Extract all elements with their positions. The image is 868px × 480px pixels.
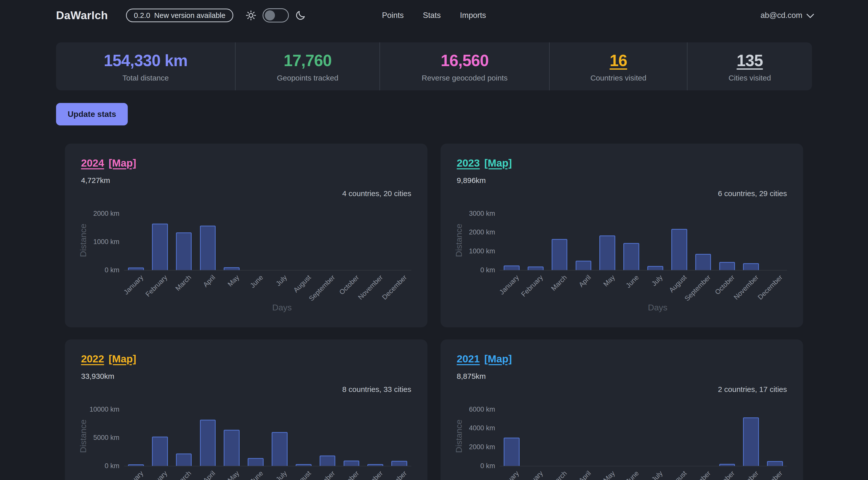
plot-area — [124, 211, 411, 270]
bar-december — [391, 461, 407, 466]
x-tick-label: May — [602, 470, 617, 480]
main-nav: Points Stats Imports — [382, 11, 486, 20]
countries-visited-link[interactable]: 16 — [552, 52, 684, 70]
x-tick-label: March — [550, 274, 568, 292]
map-link[interactable]: [Map] — [484, 157, 512, 169]
plot-area — [124, 406, 411, 467]
x-tick-label: July — [274, 274, 288, 288]
stats-strip: 154,330 km Total distance 17,760 Geopoin… — [56, 42, 812, 90]
bar-february — [152, 224, 168, 270]
sun-icon — [245, 10, 256, 21]
cities-visited-link[interactable]: 135 — [690, 52, 809, 70]
card-title: 2023[Map] — [457, 157, 787, 169]
version-badge[interactable]: 0.2.0 New version available — [126, 8, 233, 22]
x-tick-label: May — [602, 274, 617, 288]
stat-label: Reverse geocoded points — [382, 74, 547, 82]
stat-cities-visited: 135 Cities visited — [687, 42, 812, 90]
x-axis: JanuaryFebruaryMarchAprilMayJuneJulyAugu… — [500, 270, 787, 313]
x-tick-label: April — [202, 470, 217, 480]
bar-january — [504, 438, 520, 466]
stat-total-distance: 154,330 km Total distance — [56, 42, 235, 90]
app-header: DaWarIch 0.2.0 New version available Poi… — [56, 0, 812, 31]
year-distance: 9,896km — [457, 176, 787, 185]
nav-stats[interactable]: Stats — [423, 11, 441, 20]
bar-june — [248, 458, 264, 466]
x-tick-label: May — [226, 274, 241, 288]
update-stats-button[interactable]: Update stats — [56, 103, 128, 125]
y-axis-title: Distance — [78, 224, 88, 257]
map-link[interactable]: [Map] — [108, 157, 136, 169]
bar-may — [224, 430, 240, 466]
stat-value: 16,560 — [382, 52, 547, 70]
year-link[interactable]: 2021 — [457, 353, 480, 365]
stat-label: Cities visited — [690, 74, 809, 82]
year-summary: 2 countries, 17 cities — [457, 385, 787, 394]
y-axis-title: Distance — [454, 419, 464, 453]
y-tick-label: 2000 km — [469, 443, 495, 450]
x-tick-label: February — [144, 470, 169, 480]
bar-april — [576, 261, 592, 270]
stat-label: Countries visited — [552, 74, 684, 82]
y-tick-label: 0 km — [104, 462, 119, 470]
year-cards-grid: 2024[Map] 4,727km 4 countries, 20 cities… — [65, 143, 803, 480]
card-title: 2021[Map] — [457, 353, 787, 365]
app-logo: DaWarIch — [56, 9, 108, 22]
year-summary: 4 countries, 20 cities — [81, 189, 411, 198]
map-link[interactable]: [Map] — [484, 353, 512, 365]
bar-may — [599, 235, 615, 270]
x-tick-label: June — [249, 470, 265, 480]
year-distance: 33,930km — [81, 372, 411, 381]
x-tick-label: December — [756, 274, 784, 301]
x-tick-label: August — [292, 274, 313, 294]
y-tick-label: 1000 km — [93, 238, 119, 245]
x-tick-label: February — [520, 470, 545, 480]
user-email: ab@cd.com — [761, 11, 802, 20]
x-tick-label: November — [733, 470, 760, 480]
bar-october — [344, 460, 360, 466]
bar-december — [767, 461, 783, 466]
x-tick-label: November — [357, 470, 384, 480]
y-axis-title: Distance — [78, 419, 88, 453]
x-tick-label: February — [520, 274, 545, 298]
x-tick-label: June — [624, 470, 640, 480]
x-tick-label: December — [381, 274, 408, 301]
x-axis: JanuaryFebruaryMarchAprilMayJuneJulyAugu… — [500, 467, 787, 480]
x-tick-label: November — [357, 274, 384, 301]
y-tick-label: 0 km — [480, 462, 495, 470]
chart-area: Distance0 km1000 km2000 km3000 km — [457, 211, 787, 270]
version-number: 0.2.0 — [134, 11, 150, 20]
nav-imports[interactable]: Imports — [460, 11, 486, 20]
theme-toggle-knob — [265, 10, 275, 21]
year-link[interactable]: 2022 — [81, 353, 104, 365]
x-tick-label: February — [144, 274, 169, 298]
bar-january — [128, 267, 144, 270]
x-tick-label: January — [122, 274, 145, 296]
moon-icon — [295, 10, 306, 21]
year-summary: 6 countries, 29 cities — [457, 189, 787, 198]
nav-points[interactable]: Points — [382, 11, 404, 20]
bar-january — [128, 465, 144, 466]
bar-september — [320, 455, 336, 466]
x-tick-label: January — [498, 470, 521, 480]
x-axis-title: Days — [648, 302, 667, 313]
bar-november — [743, 263, 759, 270]
map-link[interactable]: [Map] — [108, 353, 136, 365]
theme-toggle[interactable] — [262, 8, 289, 23]
bar-march — [176, 453, 192, 466]
bar-november — [367, 464, 383, 466]
stat-value: 154,330 km — [59, 52, 232, 70]
y-tick-label: 2000 km — [469, 229, 495, 236]
year-card-2021: 2021[Map] 8,875km 2 countries, 17 cities… — [440, 340, 803, 480]
year-link[interactable]: 2024 — [81, 157, 104, 169]
y-tick-label: 3000 km — [469, 210, 495, 217]
x-tick-label: July — [650, 274, 664, 288]
account-menu[interactable]: ab@cd.com — [761, 11, 812, 20]
x-axis: JanuaryFebruaryMarchAprilMayJuneJulyAugu… — [124, 467, 411, 480]
year-distance: 8,875km — [457, 372, 787, 381]
x-tick-label: October — [713, 274, 736, 296]
y-tick-label: 0 km — [104, 266, 119, 274]
year-link[interactable]: 2023 — [457, 157, 480, 169]
y-tick-label: 0 km — [480, 266, 495, 274]
bar-september — [695, 254, 711, 270]
chart-area: Distance0 km1000 km2000 km — [81, 211, 411, 270]
